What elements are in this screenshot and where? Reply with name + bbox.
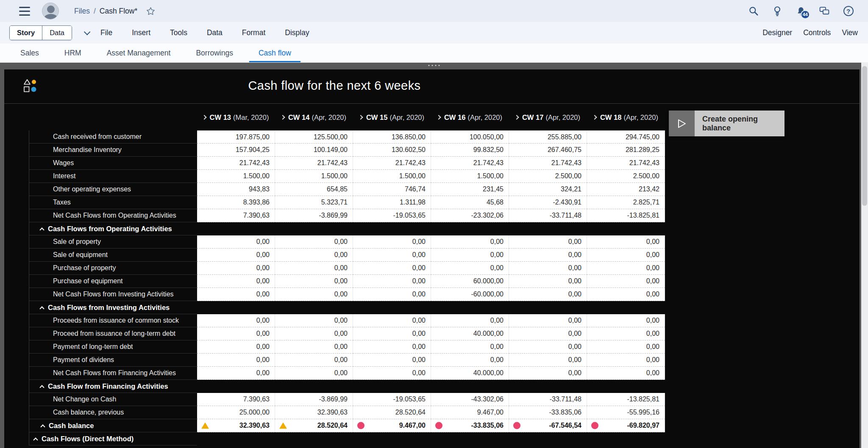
value-cell[interactable]: 0,00 <box>275 249 353 262</box>
value-cell[interactable]: -19.053,65 <box>353 209 431 222</box>
value-cell[interactable]: 0,00 <box>353 314 431 327</box>
value-cell[interactable]: 0,00 <box>509 314 587 327</box>
column-header-cw-17[interactable]: CW 17(Apr, 2020) <box>509 110 587 124</box>
value-cell[interactable]: 0,00 <box>275 262 353 275</box>
value-cell[interactable]: 0,00 <box>587 367 665 380</box>
row-label-cash-flows-from-operating-activities[interactable]: Cash Flows from Operating Activities <box>29 222 197 235</box>
value-cell[interactable]: 21.742,43 <box>509 157 587 170</box>
row-label-net-change-on-cash[interactable]: Net Change on Cash <box>29 393 197 406</box>
value-cell[interactable]: 60.000,00 <box>431 275 509 288</box>
value-cell[interactable]: 294.745,00 <box>587 130 665 144</box>
value-cell[interactable]: -69.820,97 <box>587 419 665 432</box>
value-cell[interactable]: 0,00 <box>353 327 431 340</box>
value-cell[interactable]: 0,00 <box>431 354 509 367</box>
value-cell[interactable]: 7.390,63 <box>197 393 275 406</box>
value-cell[interactable]: -33.835,06 <box>431 419 509 432</box>
value-cell[interactable]: 255.885,00 <box>509 130 587 144</box>
hamburger-menu-icon[interactable] <box>19 7 30 16</box>
row-label-proceed-from-issuance-of-long-term-debt[interactable]: Proceed from issuance of long-term debt <box>29 327 197 340</box>
value-cell[interactable]: 136.850,00 <box>353 130 431 144</box>
value-cell[interactable]: 213,42 <box>587 183 665 196</box>
value-cell[interactable]: 21.742,43 <box>587 157 665 170</box>
row-label-sale-of-property[interactable]: Sale of property <box>29 235 197 249</box>
row-label-payment-of-dividens[interactable]: Payment of dividens <box>29 354 197 367</box>
tab-asset-management[interactable]: Asset Management <box>94 44 184 62</box>
value-cell[interactable]: 0,00 <box>431 314 509 327</box>
search-icon[interactable] <box>748 6 759 17</box>
value-cell[interactable]: 0,00 <box>197 314 275 327</box>
value-cell[interactable]: 0,00 <box>275 235 353 249</box>
value-cell[interactable]: 32.390,63 <box>197 419 275 432</box>
expand-chevron-icon[interactable] <box>436 115 441 119</box>
value-cell[interactable]: 0,00 <box>587 340 665 354</box>
comments-icon[interactable] <box>819 6 830 17</box>
row-label-other-operating-expenses[interactable]: Other operating expenses <box>29 183 197 196</box>
value-cell[interactable]: 654,85 <box>275 183 353 196</box>
value-cell[interactable]: 0,00 <box>197 262 275 275</box>
collapse-chevron-icon[interactable] <box>40 424 45 429</box>
value-cell[interactable]: 0,00 <box>275 288 353 301</box>
value-cell[interactable]: 28.520,64 <box>275 419 353 432</box>
story-toggle-button[interactable]: Story <box>10 26 42 40</box>
value-cell[interactable]: 157.904,25 <box>197 144 275 157</box>
menu-file[interactable]: File <box>100 28 112 37</box>
data-toggle-button[interactable]: Data <box>42 26 72 40</box>
notifications-bell-icon[interactable]: 44 <box>795 6 807 17</box>
value-cell[interactable]: 0,00 <box>197 275 275 288</box>
value-cell[interactable]: 0,00 <box>353 262 431 275</box>
value-cell[interactable]: 2.500,00 <box>587 170 665 183</box>
value-cell[interactable]: -19.053,65 <box>353 393 431 406</box>
expand-chevron-icon[interactable] <box>280 115 285 119</box>
value-cell[interactable]: 0,00 <box>587 262 665 275</box>
menu-insert[interactable]: Insert <box>132 28 150 37</box>
value-cell[interactable]: 45,68 <box>431 196 509 209</box>
value-cell[interactable]: 0,00 <box>197 340 275 354</box>
tab-cash-flow[interactable]: Cash flow <box>246 44 304 62</box>
value-cell[interactable]: 21.742,43 <box>197 157 275 170</box>
value-cell[interactable]: -33.711,48 <box>509 209 587 222</box>
column-header-cw-13[interactable]: CW 13(Mar, 2020) <box>197 110 275 124</box>
value-cell[interactable]: 0,00 <box>509 340 587 354</box>
value-cell[interactable]: 324,21 <box>509 183 587 196</box>
value-cell[interactable]: 40.000,00 <box>431 327 509 340</box>
value-cell[interactable]: 21.742,43 <box>275 157 353 170</box>
value-cell[interactable]: 100.149,00 <box>275 144 353 157</box>
expand-chevron-icon[interactable] <box>514 115 519 119</box>
value-cell[interactable]: 0,00 <box>587 327 665 340</box>
value-cell[interactable]: 0,00 <box>587 354 665 367</box>
column-header-cw-18[interactable]: CW 18(Apr, 2020) <box>587 110 665 124</box>
value-cell[interactable]: 8.393,86 <box>197 196 275 209</box>
value-cell[interactable]: 0,00 <box>275 340 353 354</box>
menu-tools[interactable]: Tools <box>170 28 187 37</box>
value-cell[interactable]: -3.869,99 <box>275 209 353 222</box>
column-header-cw-16[interactable]: CW 16(Apr, 2020) <box>431 110 509 124</box>
collapse-chevron-icon[interactable] <box>33 437 38 442</box>
widget-drag-handle[interactable] <box>428 65 440 66</box>
value-cell[interactable]: 100.050,00 <box>431 130 509 144</box>
value-cell[interactable]: 197.875,00 <box>197 130 275 144</box>
value-cell[interactable]: 0,00 <box>587 249 665 262</box>
menu-display[interactable]: Display <box>285 28 309 37</box>
value-cell[interactable]: 746,74 <box>353 183 431 196</box>
value-cell[interactable]: 0,00 <box>509 275 587 288</box>
row-label-cash-received-from-customer[interactable]: Cash received from customer <box>29 130 197 144</box>
value-cell[interactable]: -43.302,06 <box>431 393 509 406</box>
row-label-cash-flow-from-financing-activities[interactable]: Cash Flow from Financing Activities <box>29 380 197 393</box>
breadcrumb-files-link[interactable]: Files <box>74 7 90 16</box>
value-cell[interactable]: 21.742,43 <box>431 157 509 170</box>
value-cell[interactable]: 2.825,71 <box>587 196 665 209</box>
value-cell[interactable]: 0,00 <box>587 275 665 288</box>
menu-format[interactable]: Format <box>242 28 265 37</box>
scrollbar-thumb[interactable] <box>862 66 867 206</box>
expand-chevron-icon[interactable] <box>358 115 363 119</box>
collapse-chevron-icon[interactable] <box>39 306 44 311</box>
menu-data[interactable]: Data <box>207 28 223 37</box>
value-cell[interactable]: 21.742,43 <box>353 157 431 170</box>
value-cell[interactable]: 0,00 <box>509 327 587 340</box>
value-cell[interactable]: -33.711,48 <box>509 393 587 406</box>
value-cell[interactable]: 0,00 <box>509 367 587 380</box>
value-cell[interactable]: 0,00 <box>431 249 509 262</box>
collapse-toolbar-chevron-icon[interactable] <box>84 29 91 36</box>
value-cell[interactable]: -60.000,00 <box>431 288 509 301</box>
column-header-cw-14[interactable]: CW 14(Apr, 2020) <box>275 110 353 124</box>
